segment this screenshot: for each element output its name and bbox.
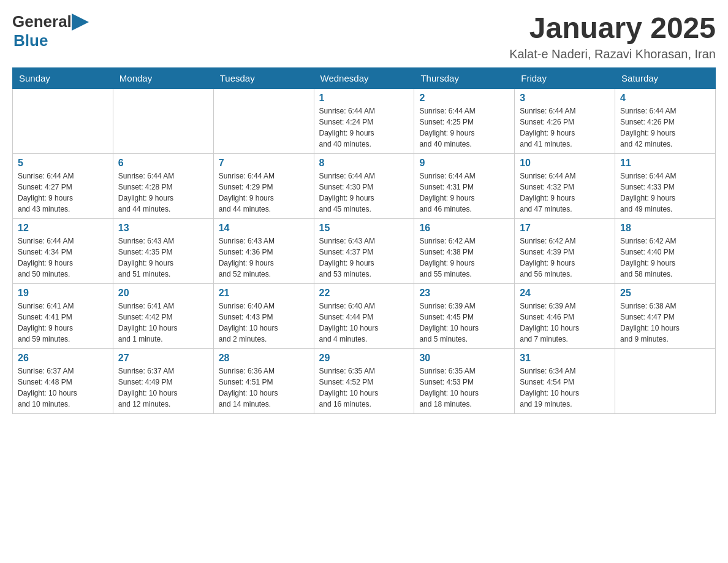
calendar-week-row: 1Sunrise: 6:44 AM Sunset: 4:24 PM Daylig… [13, 88, 716, 153]
day-info: Sunrise: 6:38 AM Sunset: 4:47 PM Dayligh… [620, 301, 710, 345]
day-number: 25 [620, 288, 710, 299]
calendar-cell: 21Sunrise: 6:40 AM Sunset: 4:43 PM Dayli… [213, 283, 314, 348]
day-info: Sunrise: 6:44 AM Sunset: 4:26 PM Dayligh… [620, 105, 710, 150]
day-info: Sunrise: 6:44 AM Sunset: 4:33 PM Dayligh… [620, 170, 710, 215]
day-number: 29 [319, 353, 409, 364]
day-info: Sunrise: 6:42 AM Sunset: 4:40 PM Dayligh… [620, 236, 710, 280]
title-block: January 2025 Kalat-e Naderi, Razavi Khor… [509, 12, 716, 61]
calendar-cell [13, 88, 113, 153]
calendar-cell: 11Sunrise: 6:44 AM Sunset: 4:33 PM Dayli… [615, 153, 716, 218]
day-number: 3 [520, 93, 610, 104]
calendar-cell: 1Sunrise: 6:44 AM Sunset: 4:24 PM Daylig… [314, 88, 414, 153]
day-info: Sunrise: 6:44 AM Sunset: 4:30 PM Dayligh… [319, 170, 409, 215]
calendar-cell: 23Sunrise: 6:39 AM Sunset: 4:45 PM Dayli… [414, 283, 515, 348]
logo-general-text: General [12, 12, 72, 31]
day-number: 24 [520, 288, 610, 299]
calendar-cell: 28Sunrise: 6:36 AM Sunset: 4:51 PM Dayli… [213, 348, 314, 413]
calendar-cell: 18Sunrise: 6:42 AM Sunset: 4:40 PM Dayli… [615, 218, 716, 283]
calendar-cell: 8Sunrise: 6:44 AM Sunset: 4:30 PM Daylig… [314, 153, 414, 218]
day-number: 20 [118, 288, 208, 299]
location-subtitle: Kalat-e Naderi, Razavi Khorasan, Iran [509, 47, 716, 61]
calendar-cell [615, 348, 716, 413]
day-number: 21 [219, 288, 309, 299]
day-info: Sunrise: 6:44 AM Sunset: 4:29 PM Dayligh… [219, 170, 309, 215]
day-number: 1 [319, 93, 409, 104]
calendar-cell: 20Sunrise: 6:41 AM Sunset: 4:42 PM Dayli… [113, 283, 213, 348]
day-number: 13 [118, 223, 208, 234]
calendar-week-row: 12Sunrise: 6:44 AM Sunset: 4:34 PM Dayli… [13, 218, 716, 283]
day-number: 11 [620, 158, 710, 169]
svg-marker-0 [72, 13, 89, 31]
calendar-cell: 19Sunrise: 6:41 AM Sunset: 4:41 PM Dayli… [13, 283, 113, 348]
day-number: 28 [219, 353, 309, 364]
day-info: Sunrise: 6:43 AM Sunset: 4:36 PM Dayligh… [219, 236, 309, 280]
day-info: Sunrise: 6:44 AM Sunset: 4:28 PM Dayligh… [118, 170, 208, 215]
logo: General Blue [12, 12, 89, 50]
day-info: Sunrise: 6:44 AM Sunset: 4:27 PM Dayligh… [18, 170, 108, 215]
weekday-header-sunday: Sunday [13, 67, 113, 88]
calendar-cell: 7Sunrise: 6:44 AM Sunset: 4:29 PM Daylig… [213, 153, 314, 218]
day-info: Sunrise: 6:43 AM Sunset: 4:37 PM Dayligh… [319, 236, 409, 280]
day-number: 23 [419, 288, 509, 299]
weekday-header-saturday: Saturday [615, 67, 716, 88]
calendar-cell [113, 88, 213, 153]
calendar-cell: 13Sunrise: 6:43 AM Sunset: 4:35 PM Dayli… [113, 218, 213, 283]
day-info: Sunrise: 6:35 AM Sunset: 4:53 PM Dayligh… [419, 366, 509, 410]
calendar-cell: 31Sunrise: 6:34 AM Sunset: 4:54 PM Dayli… [515, 348, 615, 413]
calendar-header-row: SundayMondayTuesdayWednesdayThursdayFrid… [13, 67, 716, 88]
day-info: Sunrise: 6:44 AM Sunset: 4:31 PM Dayligh… [419, 170, 509, 215]
day-number: 18 [620, 223, 710, 234]
logo-triangle-icon [72, 13, 89, 31]
weekday-header-monday: Monday [113, 67, 213, 88]
calendar-cell: 27Sunrise: 6:37 AM Sunset: 4:49 PM Dayli… [113, 348, 213, 413]
day-number: 17 [520, 223, 610, 234]
weekday-header-tuesday: Tuesday [213, 67, 314, 88]
day-info: Sunrise: 6:35 AM Sunset: 4:52 PM Dayligh… [319, 366, 409, 410]
calendar-cell: 2Sunrise: 6:44 AM Sunset: 4:25 PM Daylig… [414, 88, 515, 153]
calendar-cell: 26Sunrise: 6:37 AM Sunset: 4:48 PM Dayli… [13, 348, 113, 413]
day-number: 14 [219, 223, 309, 234]
day-number: 22 [319, 288, 409, 299]
day-number: 16 [419, 223, 509, 234]
calendar-cell: 10Sunrise: 6:44 AM Sunset: 4:32 PM Dayli… [515, 153, 615, 218]
calendar-cell: 9Sunrise: 6:44 AM Sunset: 4:31 PM Daylig… [414, 153, 515, 218]
day-info: Sunrise: 6:43 AM Sunset: 4:35 PM Dayligh… [118, 236, 208, 280]
day-info: Sunrise: 6:44 AM Sunset: 4:32 PM Dayligh… [520, 170, 610, 215]
day-info: Sunrise: 6:42 AM Sunset: 4:39 PM Dayligh… [520, 236, 610, 280]
day-info: Sunrise: 6:44 AM Sunset: 4:26 PM Dayligh… [520, 105, 610, 150]
calendar-cell: 15Sunrise: 6:43 AM Sunset: 4:37 PM Dayli… [314, 218, 414, 283]
day-info: Sunrise: 6:37 AM Sunset: 4:48 PM Dayligh… [18, 366, 108, 410]
calendar-cell: 12Sunrise: 6:44 AM Sunset: 4:34 PM Dayli… [13, 218, 113, 283]
calendar-cell: 6Sunrise: 6:44 AM Sunset: 4:28 PM Daylig… [113, 153, 213, 218]
day-number: 27 [118, 353, 208, 364]
day-number: 7 [219, 158, 309, 169]
day-number: 30 [419, 353, 509, 364]
day-number: 9 [419, 158, 509, 169]
calendar-cell: 25Sunrise: 6:38 AM Sunset: 4:47 PM Dayli… [615, 283, 716, 348]
calendar-week-row: 26Sunrise: 6:37 AM Sunset: 4:48 PM Dayli… [13, 348, 716, 413]
day-info: Sunrise: 6:39 AM Sunset: 4:45 PM Dayligh… [419, 301, 509, 345]
day-number: 12 [18, 223, 108, 234]
month-title: January 2025 [509, 12, 716, 45]
day-number: 6 [118, 158, 208, 169]
day-number: 8 [319, 158, 409, 169]
page-header: General Blue January 2025 Kalat-e Naderi… [12, 12, 716, 61]
calendar-cell: 30Sunrise: 6:35 AM Sunset: 4:53 PM Dayli… [414, 348, 515, 413]
day-number: 4 [620, 93, 710, 104]
calendar-cell: 29Sunrise: 6:35 AM Sunset: 4:52 PM Dayli… [314, 348, 414, 413]
calendar-cell [213, 88, 314, 153]
day-number: 2 [419, 93, 509, 104]
day-info: Sunrise: 6:41 AM Sunset: 4:42 PM Dayligh… [118, 301, 208, 345]
day-info: Sunrise: 6:40 AM Sunset: 4:43 PM Dayligh… [219, 301, 309, 345]
day-number: 10 [520, 158, 610, 169]
day-info: Sunrise: 6:37 AM Sunset: 4:49 PM Dayligh… [118, 366, 208, 410]
logo-blue-text: Blue [13, 31, 48, 50]
calendar-cell: 4Sunrise: 6:44 AM Sunset: 4:26 PM Daylig… [615, 88, 716, 153]
day-info: Sunrise: 6:36 AM Sunset: 4:51 PM Dayligh… [219, 366, 309, 410]
day-info: Sunrise: 6:41 AM Sunset: 4:41 PM Dayligh… [18, 301, 108, 345]
day-info: Sunrise: 6:42 AM Sunset: 4:38 PM Dayligh… [419, 236, 509, 280]
day-info: Sunrise: 6:44 AM Sunset: 4:34 PM Dayligh… [18, 236, 108, 280]
weekday-header-friday: Friday [515, 67, 615, 88]
day-info: Sunrise: 6:44 AM Sunset: 4:25 PM Dayligh… [419, 105, 509, 150]
calendar-week-row: 5Sunrise: 6:44 AM Sunset: 4:27 PM Daylig… [13, 153, 716, 218]
